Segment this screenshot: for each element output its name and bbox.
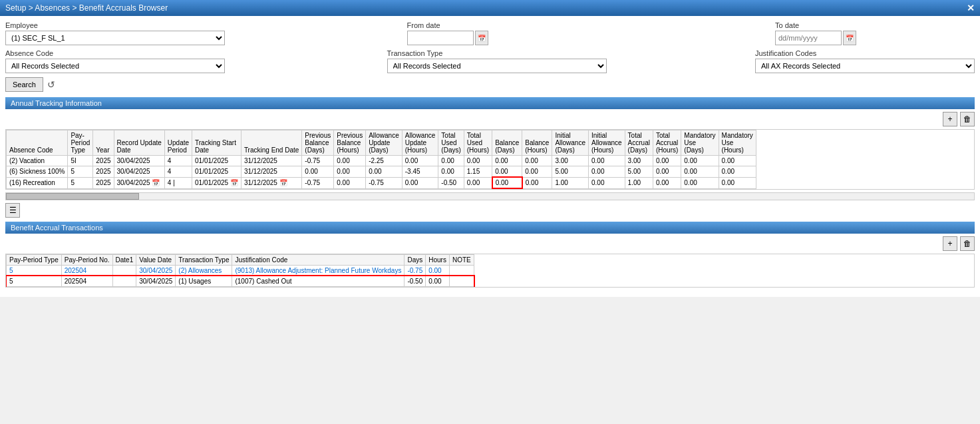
table-row[interactable]: (16) Recreation5202530/04/2025 📅4 |01/01… — [7, 177, 756, 188]
table-cell[interactable]: 0.00 — [681, 177, 719, 188]
title-bar: Setup > Absences > Benefit Accruals Brow… — [0, 0, 980, 16]
search-button[interactable]: Search — [5, 77, 43, 92]
table-cell: 5 — [68, 166, 93, 178]
table-cell[interactable]: 0.00 — [464, 177, 492, 188]
annual-tracking-bottom-toolbar: ☰ — [5, 203, 975, 218]
table-cell: 0.00 — [522, 156, 552, 166]
table-cell[interactable]: 0.00 — [653, 177, 681, 188]
table-cell[interactable]: 1.00 — [625, 177, 653, 188]
table-cell[interactable]: 0.00 — [719, 177, 756, 188]
col-init-allow-hours: InitialAllowance(Hours) — [589, 130, 625, 156]
col-prev-bal-hours: PreviousBalance(Hours) — [334, 130, 366, 156]
table-cell: 2025 — [93, 166, 114, 178]
table-cell: 0.00 — [653, 166, 681, 178]
table-cell: 4 — [164, 166, 192, 178]
txn-col-pay-period-no: Pay-Period No. — [61, 255, 112, 266]
txn-col-date1: Date1 — [112, 255, 136, 266]
table-cell — [112, 266, 136, 276]
table-cell: (2) Vacation — [7, 156, 68, 166]
justification-codes-label: Justification Codes — [755, 49, 975, 57]
table-cell[interactable]: 01/01/2025 📅 — [192, 177, 242, 188]
table-cell[interactable]: -0.75 — [302, 177, 334, 188]
table-cell: 0.00 — [589, 156, 625, 166]
table-cell[interactable]: 1.00 — [552, 177, 589, 188]
transactions-delete-btn[interactable]: 🗑 — [960, 236, 975, 251]
table-cell[interactable]: 0.00 — [334, 177, 366, 188]
col-tracking-start-date: Tracking StartDate — [192, 130, 242, 156]
table-cell: 0.00 — [302, 166, 334, 178]
table-row[interactable]: (2) Vacation5I202530/04/2025401/01/20253… — [7, 156, 756, 166]
table-cell: 4 — [164, 156, 192, 166]
table-cell: 0.00 — [334, 156, 366, 166]
absence-code-label: Absence Code — [5, 49, 238, 57]
from-date-input[interactable]: 01/01/2025 — [407, 31, 474, 45]
table-cell: 0.00 — [464, 156, 492, 166]
col-prev-bal-days: PreviousBalance(Days) — [302, 130, 334, 156]
table-cell: (6) Sickness 100% — [7, 166, 68, 178]
table-cell[interactable]: 5 — [68, 177, 93, 188]
col-allow-update-hours: AllowanceUpdate(Hours) — [402, 130, 438, 156]
table-cell[interactable]: (16) Recreation — [7, 177, 68, 188]
txn-col-days: Days — [405, 255, 426, 266]
annual-tracking-header: Annual Tracking Information — [5, 97, 975, 109]
table-cell: -0.50 — [405, 276, 426, 287]
table-cell: -0.75 — [302, 156, 334, 166]
breadcrumb: Setup > Absences > Benefit Accruals Brow… — [5, 3, 168, 13]
col-year: Year — [93, 130, 114, 156]
table-cell[interactable]: -0.75 — [366, 177, 403, 188]
col-mandatory-use-hours: MandatoryUse(Hours) — [719, 130, 756, 156]
from-date-calendar-btn[interactable]: 📅 — [475, 31, 488, 45]
annual-tracking-delete-btn[interactable]: 🗑 — [960, 112, 975, 126]
txn-col-pay-period-type: Pay-Period Type — [7, 255, 62, 266]
table-cell: 5I — [68, 156, 93, 166]
justification-codes-select[interactable]: All AX Records Selected — [755, 59, 975, 73]
table-cell[interactable]: 0.00 — [492, 177, 522, 188]
table-cell: 0.00 — [719, 166, 756, 178]
col-init-allow-days: InitialAllowance(Days) — [552, 130, 589, 156]
table-cell: 0.00 — [653, 156, 681, 166]
table-cell[interactable]: 2025 — [93, 177, 114, 188]
table-cell[interactable]: 4 | — [164, 177, 192, 188]
table-cell: 0.00 — [438, 166, 464, 178]
table-cell: 0.00 — [334, 166, 366, 178]
col-total-used-days: TotalUsed(Days) — [438, 130, 464, 156]
table-cell: 0.00 — [681, 166, 719, 178]
annual-tracking-add-btn[interactable]: + — [943, 112, 957, 126]
txn-col-value-date: Value Date — [136, 255, 176, 266]
transactions-add-btn[interactable]: + — [943, 236, 957, 251]
close-icon[interactable]: ✕ — [967, 3, 975, 13]
annual-tracking-scrollbar[interactable] — [5, 192, 975, 200]
table-row[interactable]: 520250430/04/2025(1) Usages(1007) Cashed… — [7, 276, 474, 287]
col-total-accrual-hours: TotalAccrual(Hours) — [653, 130, 681, 156]
table-cell: 3.00 — [552, 156, 589, 166]
txn-col-note: NOTE — [449, 255, 474, 266]
table-cell[interactable]: 30/04/2025 📅 — [114, 177, 164, 188]
table-cell: (1) Usages — [176, 276, 232, 287]
table-cell: 0.00 — [366, 166, 403, 178]
absence-code-select[interactable]: All Records Selected — [5, 59, 225, 73]
table-cell: 01/01/2025 — [192, 166, 242, 178]
table-cell: 202504 — [61, 276, 112, 287]
to-date-calendar-btn[interactable]: 📅 — [843, 31, 856, 45]
annual-tracking-list-btn[interactable]: ☰ — [5, 203, 20, 218]
employee-select[interactable]: (1) SEC_F SL_1 — [5, 31, 225, 45]
table-cell: 31/12/2025 — [241, 156, 301, 166]
transaction-type-select[interactable]: All Records Selected — [387, 59, 607, 73]
table-cell — [112, 276, 136, 287]
table-row[interactable]: 520250430/04/2025(2) Allowances(9013) Al… — [7, 266, 474, 276]
col-allow-update-days: AllowanceUpdate(Days) — [366, 130, 403, 156]
table-row[interactable]: (6) Sickness 100%5202530/04/2025401/01/2… — [7, 166, 756, 178]
table-cell[interactable]: 31/12/2025 📅 — [241, 177, 301, 188]
table-cell: -0.75 — [405, 266, 426, 276]
table-cell[interactable]: 0.00 — [589, 177, 625, 188]
table-cell: -2.25 — [366, 156, 403, 166]
table-cell[interactable]: 0.00 — [522, 177, 552, 188]
to-date-input[interactable] — [775, 31, 842, 45]
refresh-icon[interactable]: ↺ — [47, 79, 55, 90]
table-cell: 30/04/2025 — [136, 266, 176, 276]
table-cell[interactable]: 0.00 — [402, 177, 438, 188]
col-tracking-end-date: Tracking End Date — [241, 130, 301, 156]
table-cell[interactable]: -0.50 — [438, 177, 464, 188]
table-cell: 0.00 — [426, 276, 450, 287]
table-cell: 0.00 — [402, 156, 438, 166]
